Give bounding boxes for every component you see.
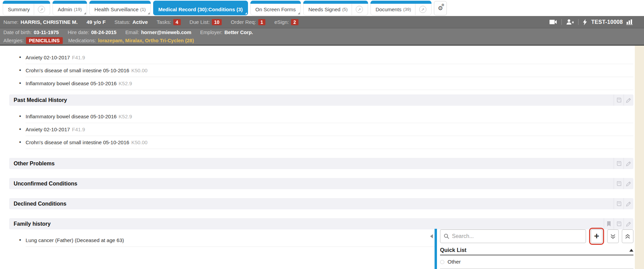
order-req-count-badge[interactable]: 1 <box>258 19 266 25</box>
patient-id: TEST-10008 <box>591 19 623 25</box>
medications-links[interactable]: lorazepam, Miralax, Ortho Tri-Cyclen (28… <box>98 38 194 43</box>
section-header-declined-conditions: Declined Conditions <box>9 198 633 209</box>
employer-label: Employer: <box>200 30 222 35</box>
tab-label: Medical Record (30):Conditions (3) <box>158 6 243 12</box>
allergy-badge[interactable]: PENICILLINS <box>26 37 63 44</box>
section-title: Declined Conditions <box>9 198 67 209</box>
order-req-label: Order Req: <box>231 19 256 25</box>
edit-pencil-icon[interactable] <box>624 94 633 106</box>
tab-summary[interactable]: Summary ↗ <box>3 1 50 15</box>
tasks-count-badge[interactable]: 4 <box>173 19 181 25</box>
edit-pencil-icon[interactable] <box>624 218 633 229</box>
edit-pencil-icon[interactable] <box>624 178 633 189</box>
section-header-family-history: Family history <box>9 218 633 229</box>
due-list-count-badge[interactable]: 10 <box>212 19 222 25</box>
tab-bar: Summary ↗ Admin (19) Health Surveillance… <box>0 0 644 16</box>
popout-icon[interactable]: ↗ <box>419 6 426 13</box>
chevrons-up-icon <box>625 234 630 239</box>
condition-code: K50.00 <box>131 139 148 145</box>
patient-employer: Better Corp. <box>224 30 253 35</box>
view-notes-icon[interactable] <box>614 198 624 209</box>
dropdown-fold-icon <box>84 12 86 14</box>
tab-accent-bar <box>153 1 248 4</box>
popout-icon[interactable]: ↗ <box>356 6 363 13</box>
tab-accent-bar <box>303 1 368 4</box>
condition-item[interactable]: Anxiety 02-10-2017 F41.9 <box>26 51 633 64</box>
tab-label: Summary <box>8 6 30 12</box>
condition-text: Inflammatory bowel disease 05-10-2016 <box>26 114 117 119</box>
dropdown-fold-icon <box>298 12 300 14</box>
past-medical-history-list: Inflammatory bowel disease 05-10-2016 K5… <box>26 110 633 149</box>
tab-documents[interactable]: Documents (39) ↗ <box>370 1 431 15</box>
quick-list-title: Quick List <box>440 247 466 253</box>
condition-text: Anxiety 02-10-2017 <box>26 55 70 60</box>
plus-icon: + <box>594 231 599 240</box>
tab-needs-signed[interactable]: Needs Signed (5) ↗ <box>303 1 368 15</box>
name-label: Name: <box>3 19 18 25</box>
condition-text: Lung cancer (Father) (Deceased at age 63… <box>26 237 124 243</box>
lightning-icon[interactable] <box>583 19 587 25</box>
scrollbar-track[interactable] <box>635 46 644 269</box>
patient-status: Active <box>132 19 148 25</box>
patient-email: horner@mieweb.com <box>141 30 191 35</box>
condition-item[interactable]: Inflammatory bowel disease 05-10-2016 K5… <box>26 110 633 123</box>
tab-separator <box>352 4 352 15</box>
add-person-icon[interactable] <box>566 19 574 25</box>
patient-name: HARRIS, CHRISTINE M. <box>20 19 78 25</box>
condition-text: Crohn's disease of small intestine 05-10… <box>26 139 129 145</box>
settings-button[interactable]: ⚙ ⚙ <box>434 1 447 15</box>
tab-count: (1) <box>140 7 146 12</box>
tab-accent-bar <box>89 1 151 4</box>
video-camera-icon[interactable] <box>550 19 557 25</box>
tab-separator <box>415 4 415 15</box>
view-notes-icon[interactable] <box>614 218 624 229</box>
add-condition-button[interactable]: + <box>591 229 602 243</box>
condition-search-box[interactable] <box>440 229 586 243</box>
popout-icon[interactable]: ↗ <box>38 6 45 13</box>
dropdown-fold-icon <box>245 12 247 14</box>
esign-count-badge[interactable]: 2 <box>291 19 298 25</box>
quick-list-header[interactable]: Quick List <box>440 245 633 255</box>
patient-banner-row1: Name: HARRIS, CHRISTINE M. 49 y/o F Stat… <box>0 16 644 28</box>
gear-small-icon: ⚙ <box>441 3 444 7</box>
tab-label: On Screen Forms <box>255 6 296 12</box>
panel-accent-bar <box>435 229 437 269</box>
view-notes-icon[interactable] <box>614 178 624 189</box>
condition-item[interactable]: Crohn's disease of small intestine 05-10… <box>26 136 633 149</box>
dropdown-fold-icon <box>148 12 150 14</box>
edit-pencil-icon[interactable] <box>624 198 633 209</box>
email-label: Email: <box>125 30 139 35</box>
view-notes-icon[interactable] <box>614 158 624 169</box>
condition-item[interactable]: Anxiety 02-10-2017 F41.9 <box>26 123 633 136</box>
tab-count: (39) <box>403 7 411 12</box>
tab-accent-bar <box>53 1 87 4</box>
patient-dob: 03-11-1975 <box>34 30 59 35</box>
condition-item[interactable]: Lung cancer (Father) (Deceased at age 63… <box>26 234 437 247</box>
medications-label: Medications: <box>68 38 96 43</box>
collapse-panel-icon[interactable] <box>430 234 433 238</box>
tab-health-surveillance[interactable]: Health Surveillance (1) <box>89 1 151 15</box>
condition-item[interactable]: Inflammatory bowel disease 05-10-2016 K5… <box>26 77 633 90</box>
section-header-other-problems: Other Problems <box>9 158 633 169</box>
allergies-label: Allergies: <box>3 38 24 43</box>
chart-icon[interactable] <box>626 19 633 25</box>
tab-medical-record-conditions[interactable]: Medical Record (30):Conditions (3) <box>153 1 248 15</box>
expand-all-button[interactable] <box>607 229 619 243</box>
condition-code: K52.9 <box>119 80 132 86</box>
tab-label: Needs Signed <box>308 6 340 12</box>
section-header-unconfirmed-conditions: Unconfirmed Conditions <box>9 178 633 189</box>
search-input[interactable] <box>452 233 582 239</box>
tab-separator <box>34 4 34 15</box>
edit-pencil-icon[interactable] <box>624 158 633 169</box>
sort-ascending-icon[interactable] <box>629 249 633 252</box>
condition-code: K50.00 <box>131 68 148 73</box>
view-notes-icon[interactable] <box>614 94 624 106</box>
status-label: Status: <box>115 19 131 25</box>
quick-list-item-other[interactable]: Other <box>440 255 633 269</box>
collapse-all-button[interactable] <box>622 229 633 243</box>
tab-admin[interactable]: Admin (19) <box>53 1 87 15</box>
condition-item[interactable]: Crohn's disease of small intestine 05-10… <box>26 64 633 77</box>
due-list-label: Due List: <box>190 19 210 25</box>
bookmark-icon[interactable] <box>604 218 614 229</box>
tab-on-screen-forms[interactable]: On Screen Forms <box>250 1 301 15</box>
